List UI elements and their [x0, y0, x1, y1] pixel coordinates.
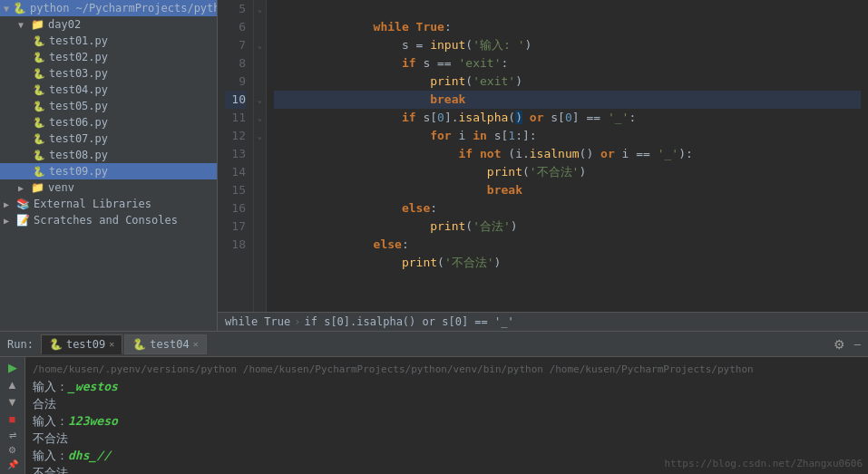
- panel-pin-button[interactable]: —: [854, 338, 861, 351]
- code-area: 5 6 7 8 9 10 11 12 13 14 15 16 17 18 ⌄ ⌄: [218, 0, 868, 331]
- run-tab-test09[interactable]: 🐍 test09 ✕: [41, 334, 122, 354]
- sidebar-item-test08[interactable]: 🐍 test08.py: [0, 147, 217, 163]
- sidebar-item-test09[interactable]: 🐍 test09.py: [0, 163, 217, 179]
- run-sidebar-toolbar: ▶ ▲ ▼ ■ ⇌ ⚙ 📌: [0, 357, 25, 474]
- breadcrumb-separator: ›: [294, 315, 300, 328]
- py-icon: 🐍: [33, 133, 45, 145]
- sidebar-item-label: test09.py: [49, 165, 108, 178]
- settings-button[interactable]: ⚙: [3, 444, 23, 455]
- line-numbers: 5 6 7 8 9 10 11 12 13 14 15 16 17 18: [218, 0, 254, 312]
- run-output: /home/kusen/.pyenv/versions/python /home…: [25, 357, 868, 474]
- settings-gear-button[interactable]: ⚙: [828, 335, 851, 353]
- run-output-line-4: 不合法: [33, 430, 861, 447]
- py-icon: 🐍: [33, 68, 45, 80]
- scroll-down-button[interactable]: ▼: [3, 395, 23, 409]
- sidebar-item-scratches[interactable]: ▶ 📝 Scratches and Consoles: [0, 212, 217, 228]
- sidebar-item-label: External Libraries: [34, 198, 151, 210]
- tab-close-test04[interactable]: ✕: [193, 339, 199, 349]
- input-prompt-2: 输入：: [33, 414, 68, 428]
- run-output-line-3: 输入：123weso: [33, 412, 861, 430]
- input-value-1: _westos: [68, 380, 118, 393]
- code-editor: 5 6 7 8 9 10 11 12 13 14 15 16 17 18 ⌄ ⌄: [218, 0, 868, 312]
- folder-icon: 📁: [31, 18, 44, 31]
- sidebar-item-label: venv: [48, 181, 74, 194]
- ext-libs-icon: 📚: [16, 198, 30, 210]
- input-value-3: dhs_//: [68, 449, 111, 462]
- tab-icon-test09: 🐍: [49, 338, 63, 351]
- sidebar-item-venv[interactable]: ▶ 📁 venv: [0, 179, 217, 196]
- sidebar-item-ext-libs[interactable]: ▶ 📚 External Libraries: [0, 196, 217, 212]
- scratches-icon: 📝: [16, 214, 30, 227]
- code-content[interactable]: while True: s = input('输入: ') if s == 'e…: [267, 0, 868, 312]
- py-icon: 🐍: [33, 150, 45, 161]
- venv-folder-icon: 📁: [31, 181, 44, 194]
- run-label: Run:: [7, 338, 34, 351]
- run-output-line-2: 合法: [33, 395, 861, 412]
- tab-name-test04: test04: [150, 338, 189, 351]
- folder-arrow-collapsed: ▶: [18, 183, 27, 193]
- sidebar-item-test03[interactable]: 🐍 test03.py: [0, 65, 217, 82]
- sidebar-project-root[interactable]: ▼ 🐍 python ~/PycharmProjects/pyth: [0, 0, 217, 16]
- rerun-button[interactable]: ▶: [3, 361, 23, 374]
- breadcrumb-part1[interactable]: while True: [225, 315, 290, 328]
- run-content: ▶ ▲ ▼ ■ ⇌ ⚙ 📌 /home/kusen/.pyenv/version…: [0, 357, 868, 474]
- sidebar-item-label: test06.py: [49, 116, 108, 129]
- sidebar: ▼ 🐍 python ~/PycharmProjects/pyth ▼ 📁 da…: [0, 0, 218, 331]
- run-tab-test04[interactable]: 🐍 test04 ✕: [124, 334, 206, 354]
- ext-libs-arrow: ▶: [4, 199, 13, 209]
- py-icon: 🐍: [33, 84, 45, 96]
- sidebar-item-label: test01.py: [49, 34, 108, 47]
- py-icon: 🐍: [33, 101, 45, 112]
- run-panel: Run: 🐍 test09 ✕ 🐍 test04 ✕ ⚙ — ▶ ▲ ▼ ■ ⇌…: [0, 331, 868, 474]
- input-value-2: 123weso: [68, 414, 118, 428]
- run-tabs-header: Run: 🐍 test09 ✕ 🐍 test04 ✕ ⚙ —: [0, 332, 868, 357]
- pin-button[interactable]: 📌: [3, 459, 23, 470]
- project-title: python ~/PycharmProjects/pyth: [30, 2, 218, 15]
- tab-icon-test04: 🐍: [132, 338, 146, 351]
- sidebar-item-label: test03.py: [49, 67, 108, 80]
- sidebar-item-label: test05.py: [49, 100, 108, 112]
- fold-gutter: ⌄ ⌄ ⌄ ⌄ ⌄: [254, 0, 267, 312]
- breadcrumb-bar: while True › if s[0].isalpha() or s[0] =…: [218, 312, 868, 331]
- watermark: https://blog.csdn.net/Zhangxu0606: [664, 455, 863, 472]
- main-area: ▼ 🐍 python ~/PycharmProjects/pyth ▼ 📁 da…: [0, 0, 868, 331]
- sidebar-item-test04[interactable]: 🐍 test04.py: [0, 82, 217, 98]
- scroll-up-button[interactable]: ▲: [3, 378, 23, 392]
- scratches-arrow: ▶: [4, 216, 13, 226]
- project-icon: 🐍: [13, 2, 26, 15]
- expand-arrow: ▼: [4, 4, 9, 14]
- folder-arrow: ▼: [18, 20, 27, 30]
- sidebar-item-test05[interactable]: 🐍 test05.py: [0, 98, 217, 114]
- input-prompt-3: 输入：: [33, 449, 68, 462]
- or-keyword: or: [530, 111, 544, 124]
- sidebar-item-test07[interactable]: 🐍 test07.py: [0, 131, 217, 147]
- py-icon: 🐍: [33, 35, 45, 47]
- stop-button[interactable]: ■: [3, 412, 23, 426]
- py-icon: 🐍: [33, 52, 45, 63]
- code-line-5: while True:: [274, 0, 861, 18]
- sidebar-item-label: Scratches and Consoles: [34, 214, 178, 227]
- sidebar-item-test02[interactable]: 🐍 test02.py: [0, 49, 217, 65]
- sidebar-item-day02[interactable]: ▼ 📁 day02: [0, 16, 217, 33]
- sidebar-item-label: day02: [48, 18, 81, 31]
- tab-close-test09[interactable]: ✕: [109, 339, 114, 349]
- tab-name-test09: test09: [66, 338, 105, 351]
- sidebar-item-label: test07.py: [49, 132, 108, 145]
- py-icon: 🐍: [33, 117, 45, 129]
- sidebar-item-label: test02.py: [49, 51, 108, 63]
- wrap-button[interactable]: ⇌: [3, 430, 23, 440]
- py-icon: 🐍: [33, 166, 45, 178]
- sidebar-item-label: test04.py: [49, 83, 108, 96]
- input-prompt-1: 输入：: [33, 380, 68, 393]
- run-path-line: /home/kusen/.pyenv/versions/python /home…: [33, 361, 861, 378]
- run-output-line-1: 输入：_westos: [33, 378, 861, 395]
- breadcrumb-part2[interactable]: if s[0].isalpha() or s[0] == '_': [304, 315, 513, 328]
- sidebar-item-test01[interactable]: 🐍 test01.py: [0, 33, 217, 49]
- sidebar-item-test06[interactable]: 🐍 test06.py: [0, 114, 217, 131]
- sidebar-item-label: test08.py: [49, 149, 108, 161]
